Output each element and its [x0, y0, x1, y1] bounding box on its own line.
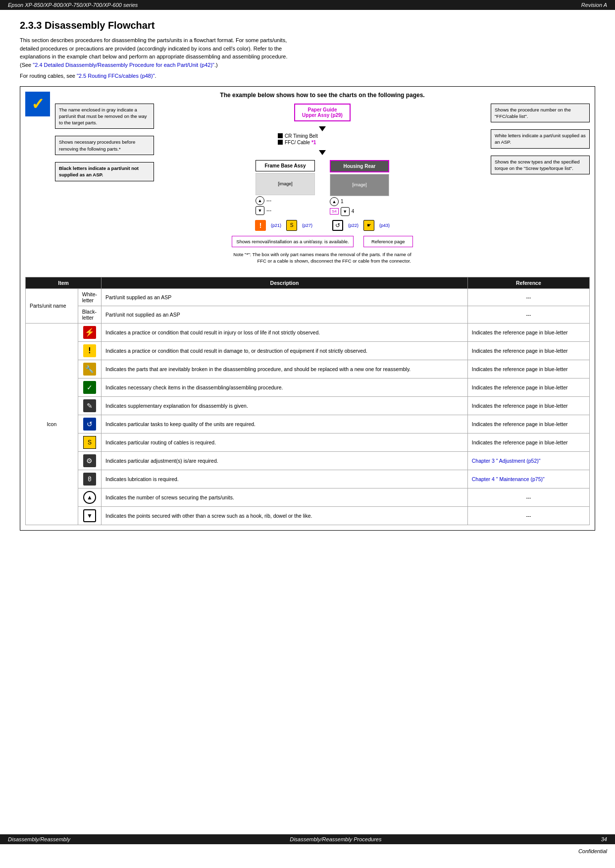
bottom-labels-row: Shows removal/installation as a unit/ass…: [232, 236, 412, 247]
hook-icon-1: ▼: [256, 206, 264, 215]
link-routing[interactable]: "2.5 Routing FFCs/cables (p48)": [77, 73, 155, 79]
wrench-ref: Indicates the reference page in blue-let…: [467, 396, 589, 415]
caution-desc: Indicates a practice or condition that c…: [102, 341, 468, 360]
intro-paragraph: This section describes procedures for di…: [20, 36, 595, 69]
example-box-title: The example below shows how to see the c…: [55, 92, 590, 99]
table-row: ✓ Indicates necessary check items in the…: [26, 378, 590, 396]
cr-timing-belt-label: CR Timing Belt: [285, 133, 318, 139]
recycle-page-ref: (p22): [348, 223, 359, 228]
broken-desc: Indicates the parts that are inevitably …: [102, 360, 468, 378]
paper-guide-label: Paper GuideUpper Assy (p29): [302, 107, 343, 118]
footer-confidential: Confidential: [570, 846, 615, 856]
lubricate-ref-link[interactable]: Chapter 4 " Maintenance (p75)": [472, 476, 545, 482]
explain-screw-types: Shows the screw types and the specified …: [491, 156, 590, 175]
hook-icon-2: ▼: [341, 207, 350, 216]
wrench-icon: ✎: [83, 399, 96, 412]
header-left: Epson XP-850/XP-800/XP-750/XP-700/XP-600…: [8, 2, 138, 8]
danger-icon: ⚡: [83, 326, 96, 339]
left-explanations: The name enclosed in gray indicate a par…: [55, 104, 154, 272]
screw-count-1: 1: [341, 199, 344, 204]
adjust-ref-link[interactable]: Chapter 3 " Adjustment (p52)": [472, 458, 541, 464]
black-letter-ref: ---: [467, 306, 589, 323]
lubricate-desc: Indicates lubrication is required.: [102, 470, 468, 488]
recycle-icon: ↺: [332, 220, 343, 231]
parts-unit-label: Parts/unit name: [26, 288, 78, 323]
intro-line3: explanations in the example chart below …: [20, 54, 288, 59]
header-bar: Epson XP-850/XP-800/XP-750/XP-700/XP-600…: [0, 0, 615, 10]
housing-rear-image: [image]: [330, 174, 389, 196]
table-row: ⚙ Indicates particular adjustment(s) is/…: [26, 451, 590, 470]
lubricate-ref: Chapter 4 " Maintenance (p75)": [467, 470, 589, 488]
frame-base-box: Frame Base Assy: [256, 160, 315, 171]
check-desc: Indicates necessary check items in the d…: [102, 378, 468, 396]
frame-base-img-placeholder: [image]: [278, 181, 293, 186]
check-icon-cell: ✓: [78, 378, 101, 396]
chart-center: Paper GuideUpper Assy (p29) CR Timing Be…: [154, 104, 491, 272]
footer-center: Disassembly/Reassembly Procedures: [290, 836, 381, 842]
check-icon: ✓: [83, 381, 96, 394]
warning-page-ref: (p21): [271, 223, 281, 228]
hook-desc: Indicates the points secured with other …: [102, 506, 468, 525]
undo-icon: ↺: [83, 418, 96, 431]
lubricate-icon: 🛢: [83, 473, 96, 486]
undo-ref: Indicates the reference page in blue-let…: [467, 415, 589, 433]
caution-ref: Indicates the reference page in blue-let…: [467, 341, 589, 360]
route-icon: S: [83, 436, 96, 449]
white-letter-ref: ---: [467, 288, 589, 306]
hook-tbl-icon: ▼: [83, 509, 96, 522]
cr-ffc-box: CR Timing Belt FFC/ Cable *1: [278, 133, 367, 146]
adjust-desc: Indicates particular adjustment(s) is/ar…: [102, 451, 468, 470]
explain-gray-parts: The name enclosed in gray indicate a par…: [55, 104, 154, 129]
table-row: ▼ Indicates the points secured with othe…: [26, 506, 590, 525]
example-box: ✓ The example below shows how to see the…: [20, 86, 595, 531]
warning-icon: !: [255, 220, 266, 231]
adjust-icon-cell: ⚙: [78, 451, 101, 470]
screw-desc: Indicates the number of screws securing …: [102, 488, 468, 506]
undo-icon-cell: ↺: [78, 415, 101, 433]
shows-removal-box: Shows removal/installation as a unit/ass…: [232, 236, 353, 247]
route-icon-bottom2: ☛: [363, 220, 374, 231]
reference-page-box: Reference page: [363, 236, 413, 247]
flowchart-area: The name enclosed in gray indicate a par…: [55, 104, 590, 272]
ffc-cable-label: FFC/ Cable *1: [285, 140, 316, 145]
danger-desc: Indicates a practice or condition that c…: [102, 323, 468, 341]
screw-count-2: 4: [352, 209, 355, 214]
routing-icon-bottom: S: [286, 220, 297, 231]
intro-see-text: (See: [20, 62, 33, 68]
col-header-item: Item: [26, 277, 102, 288]
screw-cell-right-2: S4 ▼ 4: [330, 207, 389, 216]
screw-cell-left-1: ▲ ---: [256, 196, 315, 205]
adjust-ref: Chapter 3 " Adjustment (p52)": [467, 451, 589, 470]
route-desc: Indicates particular routing of cables i…: [102, 433, 468, 451]
broken-icon: 🔧: [83, 363, 96, 376]
broken-icon-cell: 🔧: [78, 360, 101, 378]
housing-rear-box: Housing Rear: [330, 160, 389, 172]
explain-procedures: Shows necessary procedures before removi…: [55, 136, 154, 155]
wrench-desc: Indicates supplementary explanation for …: [102, 396, 468, 415]
caution-icon: !: [83, 344, 96, 357]
danger-icon-cell: ⚡: [78, 323, 101, 341]
screw-icon-1: ▲: [256, 196, 264, 205]
white-letter-desc: Part/unit supplied as an ASP: [102, 288, 468, 306]
lubricate-icon-cell: 🛢: [78, 470, 101, 488]
arrow-down-1: [319, 126, 326, 131]
screw-icon-cell: ▲: [78, 488, 101, 506]
link-detailed-procedure[interactable]: "2.4 Detailed Disassembly/Reassembly Pro…: [33, 62, 214, 68]
s4-badge: S4: [330, 208, 339, 215]
wrench-icon-cell: ✎: [78, 396, 101, 415]
caution-page-ref: (p27): [302, 223, 312, 228]
screw-dash-1: ---: [266, 198, 271, 203]
description-table: Item Description Reference Parts/unit na…: [25, 277, 590, 525]
intro-line1: This section describes procedures for di…: [20, 37, 287, 43]
route-icon-cell: S: [78, 433, 101, 451]
check-ref: Indicates the reference page in blue-let…: [467, 378, 589, 396]
middle-frames: Frame Base Assy [image] ▲ ---: [256, 160, 389, 216]
header-right: Revision A: [581, 2, 607, 8]
note-text: Note "*": The box with only part names m…: [233, 251, 411, 265]
bottom-icons-row: ! (p21) S (p27) ↺ (p22) ☛ (p43): [255, 220, 390, 231]
frame-base-image: [image]: [256, 173, 315, 195]
footer-bar: Disassembly/Reassembly Disassembly/Reass…: [0, 834, 615, 844]
footer-left: Disassembly/Reassembly: [8, 836, 70, 842]
col-header-reference: Reference: [467, 277, 589, 288]
black-square-ffc: [278, 140, 283, 145]
